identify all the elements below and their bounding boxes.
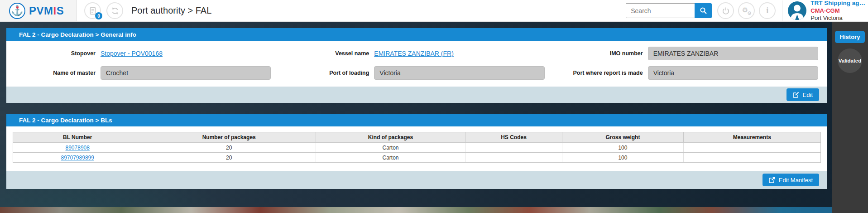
user-info[interactable]: TRT Shipping ag… CMA-CGM Port Victoria (810, 0, 868, 22)
col-number-of-packages: Number of packages (142, 132, 316, 143)
col-gross-weight: Gross weight (562, 132, 684, 143)
info-button[interactable]: i (759, 2, 776, 19)
general-info-footer: Edit (6, 87, 827, 103)
port-of-loading-input[interactable] (374, 66, 544, 80)
logo-text: PVMIS (29, 5, 64, 17)
port-report-input[interactable] (648, 66, 818, 80)
gears-icon: ⚙⚙ (742, 6, 751, 15)
bl-number-link[interactable]: 89078908 (66, 145, 90, 151)
general-info-title: FAL 2 - Cargo Declaration > General info (19, 31, 136, 38)
pending-documents-button[interactable]: 0 (84, 2, 101, 19)
header-divider (782, 0, 782, 21)
field-name-of-master: Name of master (6, 66, 280, 80)
anchor-logo-icon: ⚓ (9, 3, 25, 19)
cell-measurements (683, 143, 820, 153)
imo-number-input[interactable] (648, 47, 818, 60)
field-port-of-loading: Port of loading (280, 66, 553, 80)
cell-kind: Carton (316, 153, 465, 163)
notification-badge: 0 (95, 12, 102, 19)
table-row: 89078908 20 Carton 100 (13, 143, 821, 153)
name-of-master-label: Name of master (6, 70, 101, 76)
cell-gross-weight: 100 (562, 153, 684, 163)
vessel-name-label: Vessel name (280, 50, 374, 57)
table-header-row: BL Number Number of packages Kind of pac… (13, 132, 821, 143)
imo-number-label: IMO number (554, 50, 648, 57)
bl-number-link[interactable]: 89707989899 (61, 155, 94, 161)
power-icon (722, 7, 730, 15)
edit-button[interactable]: Edit (786, 88, 819, 101)
document-icon (89, 7, 96, 15)
person-icon (788, 1, 806, 20)
external-link-icon (769, 177, 775, 183)
cell-measurements (683, 153, 820, 163)
cell-hs-codes (465, 153, 562, 163)
search-button[interactable] (695, 3, 712, 18)
search-icon (700, 7, 707, 15)
general-info-panel: FAL 2 - Cargo Declaration > General info… (6, 28, 827, 103)
stopover-link[interactable]: Stopover - POV00168 (101, 50, 163, 57)
edit-manifest-button[interactable]: Edit Manifest (762, 174, 819, 186)
general-info-header: FAL 2 - Cargo Declaration > General info (6, 28, 827, 41)
col-bl-number: BL Number (13, 132, 142, 143)
background-photo-strip (0, 207, 868, 213)
col-measurements: Measurements (683, 132, 820, 143)
field-port-where-report-is-made: Port where report is made (554, 66, 827, 80)
search-group (626, 3, 712, 18)
main-area: FAL 2 - Cargo Declaration > General info… (0, 22, 868, 213)
cell-packages: 20 (142, 153, 316, 163)
field-imo-number: IMO number (554, 47, 827, 60)
page-title: Port authority > FAL (131, 5, 211, 16)
cell-gross-weight: 100 (562, 143, 684, 153)
bls-title: FAL 2 - Cargo Declaration > BLs (19, 117, 112, 124)
stopover-label: Stopover (6, 50, 101, 57)
port-report-label: Port where report is made (554, 70, 648, 76)
info-icon: i (766, 6, 768, 15)
port-of-loading-label: Port of loading (280, 70, 374, 76)
right-rail: History Validated (832, 22, 868, 213)
refresh-icon (111, 7, 119, 15)
app-header: ⚓ PVMIS 0 Port authority > FAL (0, 0, 868, 22)
col-kind-of-packages: Kind of packages (316, 132, 465, 143)
bls-panel: FAL 2 - Cargo Declaration > BLs BL Numbe… (6, 114, 827, 189)
field-vessel-name: Vessel name EMIRATES ZANZIBAR (FR) (280, 47, 553, 60)
bls-footer: Edit Manifest (6, 171, 827, 189)
validated-status-badge: Validated (838, 48, 862, 73)
logout-button[interactable] (717, 2, 734, 19)
user-company: CMA-CGM (810, 7, 865, 15)
cell-kind: Carton (316, 143, 465, 153)
refresh-button[interactable] (106, 2, 123, 19)
cell-packages: 20 (142, 143, 316, 153)
history-button[interactable]: History (835, 31, 865, 43)
user-avatar[interactable] (788, 1, 806, 20)
settings-button[interactable]: ⚙⚙ (738, 2, 755, 19)
name-of-master-input[interactable] (101, 66, 271, 80)
user-name: TRT Shipping ag… (810, 0, 865, 7)
bls-header: FAL 2 - Cargo Declaration > BLs (6, 114, 827, 126)
field-stopover: Stopover Stopover - POV00168 (6, 47, 280, 60)
table-row: 89707989899 20 Carton 100 (13, 153, 821, 163)
cell-hs-codes (465, 143, 562, 153)
app-logo[interactable]: ⚓ PVMIS (0, 0, 77, 21)
search-input[interactable] (626, 3, 695, 18)
user-port: Port Victoria (810, 15, 865, 22)
vessel-name-link[interactable]: EMIRATES ZANZIBAR (FR) (374, 50, 454, 57)
edit-pencil-icon (793, 92, 799, 98)
col-hs-codes: HS Codes (465, 132, 562, 143)
bl-table: BL Number Number of packages Kind of pac… (13, 132, 821, 163)
